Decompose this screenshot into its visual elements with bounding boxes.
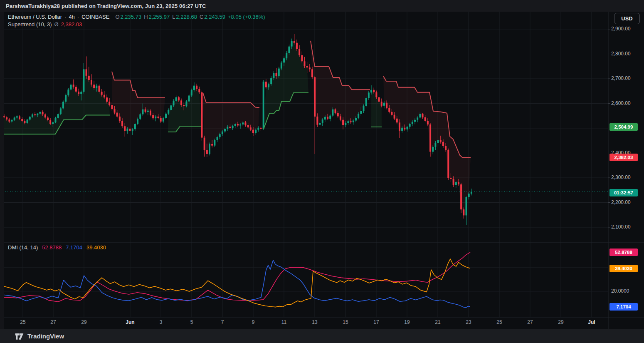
price-axis-label[interactable]: 2,900.00 [611, 26, 631, 32]
change-value: +8.05 (+0.36%) [228, 14, 265, 20]
time-axis-label[interactable]: 17 [373, 319, 379, 325]
currency-toggle-button[interactable]: USD [614, 13, 640, 24]
interval-label[interactable]: 4h [69, 14, 74, 20]
time-axis-label[interactable]: 21 [435, 319, 440, 325]
chart-background [4, 12, 644, 329]
time-axis-label[interactable]: 5 [190, 319, 193, 325]
symbol-title[interactable]: Ethereum / U.S. Dollar [8, 14, 62, 20]
dmi-legend[interactable]: DMI (14, 14) 52.87887.170439.4030 [8, 244, 106, 251]
time-axis-label[interactable]: 19 [404, 319, 410, 325]
time-axis-label[interactable]: 15 [343, 319, 348, 325]
open-letter: O [115, 14, 119, 20]
low-value: 2,228.68 [176, 14, 197, 20]
tradingview-logo-icon [15, 331, 24, 341]
time-axis-label[interactable]: Jun [126, 319, 134, 325]
price-axis-label[interactable]: 2,200.00 [611, 199, 631, 205]
symbol-legend[interactable]: Ethereum / U.S. Dollar · 4h · COINBASE O… [8, 14, 265, 20]
tradingview-published-chart: ParshwaTurakhiya28 published on TradingV… [0, 0, 644, 343]
price-axis-label[interactable]: 2,700.00 [611, 75, 631, 81]
close-value: 2,243.59 [204, 14, 225, 20]
footer-bar: TradingView [0, 329, 644, 343]
high-value: 2,255.97 [149, 14, 170, 20]
price-badge: 2,504.99 [609, 123, 638, 131]
dmi-axis-label[interactable]: 20.0000 [611, 288, 629, 294]
time-axis-label[interactable]: Jul [588, 319, 595, 325]
source-glyph-icon: Ø [54, 21, 59, 27]
time-axis-label[interactable]: 29 [558, 319, 563, 325]
time-axis-label[interactable]: 3 [160, 319, 163, 325]
price-axis-label[interactable]: 2,600.00 [611, 100, 631, 106]
time-axis-label[interactable]: 11 [281, 319, 286, 325]
dmi-value: 39.4030 [86, 244, 106, 251]
separator: · [77, 14, 79, 20]
time-axis-label[interactable]: 27 [527, 319, 533, 325]
tradingview-link[interactable]: TradingView [15, 331, 64, 341]
time-axis-label[interactable]: 23 [466, 319, 471, 325]
dmi-value: 52.8788 [42, 244, 62, 251]
time-axis-label[interactable]: 7 [221, 319, 224, 325]
time-axis-label[interactable]: 25 [496, 319, 502, 325]
supertrend-name[interactable]: Supertrend (10, 3) [8, 21, 52, 27]
time-axis-label[interactable]: 27 [50, 319, 56, 325]
dmi-value: 7.1704 [66, 244, 82, 251]
price-badge: 01:32:57 [609, 189, 638, 196]
tradingview-wordmark: TradingView [27, 333, 64, 340]
dmi-name[interactable]: DMI (14, 14) [8, 244, 38, 251]
time-axis-label[interactable]: 9 [252, 319, 255, 325]
price-badge: 2,382.03 [609, 154, 638, 161]
exchange-label: COINBASE [81, 14, 109, 20]
price-axis-label[interactable]: 2,300.00 [611, 174, 631, 180]
dmi-value-badge: 52.8788 [609, 249, 638, 256]
open-value: 2,235.73 [121, 14, 142, 20]
low-letter: L [172, 14, 175, 20]
time-axis-label[interactable]: 13 [312, 319, 317, 325]
price-axis-label[interactable]: 2,100.00 [611, 224, 631, 230]
supertrend-value: 2,382.03 [61, 21, 82, 27]
dmi-value-badge: 39.4030 [609, 265, 638, 272]
dmi-value-badge: 7.1704 [609, 303, 638, 311]
price-axis-label[interactable]: 2,800.00 [611, 51, 631, 57]
separator: · [64, 14, 66, 20]
close-letter: C [200, 14, 203, 20]
chart-canvas[interactable] [0, 0, 644, 329]
time-axis-label[interactable]: 29 [81, 319, 86, 325]
supertrend-legend[interactable]: Supertrend (10, 3) Ø 2,382.03 [8, 21, 82, 27]
high-letter: H [144, 14, 148, 20]
time-axis-label[interactable]: 25 [20, 319, 25, 325]
